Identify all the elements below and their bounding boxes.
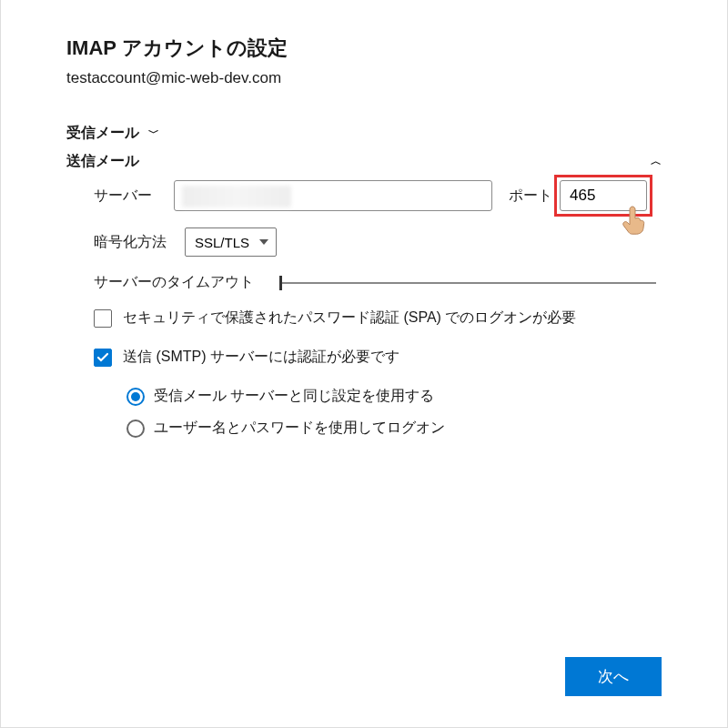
smtp-auth-checkbox[interactable] xyxy=(94,349,112,367)
spa-checkbox[interactable] xyxy=(94,309,112,328)
outgoing-mail-label: 送信メール xyxy=(66,152,139,171)
server-label: サーバー xyxy=(94,187,165,206)
timeout-slider[interactable] xyxy=(279,282,656,284)
chevron-down-icon: ﹀ xyxy=(148,126,159,141)
chevron-up-icon: ︿ xyxy=(651,154,662,169)
port-label: ポート xyxy=(509,187,554,206)
slider-thumb[interactable] xyxy=(279,276,282,290)
page-title: IMAP アカウントの設定 xyxy=(66,35,662,62)
timeout-label: サーバーのタイムアウト xyxy=(94,273,254,292)
radio-user-pass[interactable] xyxy=(126,420,145,438)
outgoing-mail-form: サーバー ポート 暗号化方法 SSL/TLS サーバーのタイムアウト xyxy=(66,180,662,438)
next-button[interactable]: 次へ xyxy=(565,657,662,696)
radio-same-label: 受信メール サーバーと同じ設定を使用する xyxy=(154,387,434,406)
section-toggle-outgoing[interactable]: 送信メール ︿ xyxy=(66,152,662,171)
server-input[interactable] xyxy=(174,180,492,211)
account-email: testaccount@mic-web-dev.com xyxy=(66,69,662,87)
incoming-mail-label: 受信メール xyxy=(66,125,139,140)
port-input[interactable] xyxy=(560,180,647,211)
imap-settings-dialog: IMAP アカウントの設定 testaccount@mic-web-dev.co… xyxy=(0,0,728,728)
section-toggle-incoming[interactable]: 受信メール ﹀ xyxy=(66,124,662,143)
radio-user-label: ユーザー名とパスワードを使用してログオン xyxy=(154,419,445,438)
spa-label: セキュリティで保護されたパスワード認証 (SPA) でのログオンが必要 xyxy=(123,308,576,328)
radio-same-settings[interactable] xyxy=(126,388,145,406)
redacted-server-value xyxy=(182,186,291,207)
encryption-select[interactable]: SSL/TLS xyxy=(185,228,277,257)
smtp-auth-label: 送信 (SMTP) サーバーには認証が必要です xyxy=(123,348,399,367)
encryption-label: 暗号化方法 xyxy=(94,233,176,252)
